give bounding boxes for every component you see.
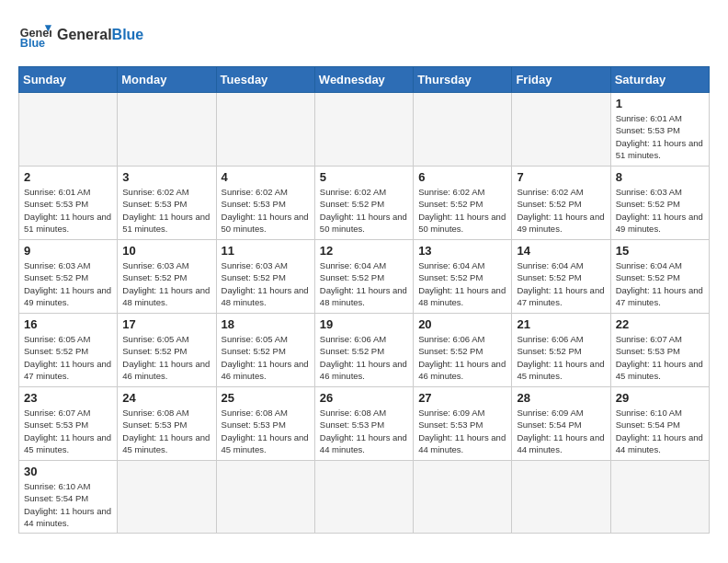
day-info: Sunrise: 6:10 AM Sunset: 5:54 PM Dayligh… — [24, 480, 112, 529]
calendar-cell — [314, 93, 413, 167]
calendar-cell — [414, 461, 512, 534]
calendar-cell: 21Sunrise: 6:06 AM Sunset: 5:52 PM Dayli… — [512, 314, 610, 387]
calendar-cell: 3Sunrise: 6:02 AM Sunset: 5:53 PM Daylig… — [118, 167, 216, 240]
calendar-cell: 16Sunrise: 6:05 AM Sunset: 5:52 PM Dayli… — [19, 314, 118, 387]
day-number: 28 — [517, 391, 605, 405]
calendar-cell: 4Sunrise: 6:02 AM Sunset: 5:53 PM Daylig… — [216, 167, 314, 240]
day-number: 23 — [24, 391, 112, 405]
calendar-cell: 28Sunrise: 6:09 AM Sunset: 5:54 PM Dayli… — [512, 387, 610, 461]
day-info: Sunrise: 6:03 AM Sunset: 5:52 PM Dayligh… — [122, 259, 210, 308]
day-number: 18 — [222, 317, 310, 331]
day-number: 16 — [24, 317, 112, 331]
calendar-cell — [118, 461, 216, 534]
calendar-cell: 30Sunrise: 6:10 AM Sunset: 5:54 PM Dayli… — [19, 461, 118, 534]
day-number: 8 — [616, 170, 704, 184]
column-header-thursday: Thursday — [414, 67, 512, 93]
day-number: 25 — [222, 391, 310, 405]
calendar-cell: 29Sunrise: 6:10 AM Sunset: 5:54 PM Dayli… — [610, 387, 709, 461]
day-info: Sunrise: 6:06 AM Sunset: 5:52 PM Dayligh… — [320, 333, 408, 382]
day-number: 10 — [122, 244, 210, 258]
day-number: 30 — [24, 465, 112, 478]
calendar-cell — [19, 93, 118, 167]
calendar-week-2: 2Sunrise: 6:01 AM Sunset: 5:53 PM Daylig… — [19, 167, 710, 240]
calendar-cell: 18Sunrise: 6:05 AM Sunset: 5:52 PM Dayli… — [216, 314, 314, 387]
day-info: Sunrise: 6:01 AM Sunset: 5:53 PM Dayligh… — [616, 112, 704, 161]
calendar-header-row: SundayMondayTuesdayWednesdayThursdayFrid… — [19, 67, 710, 93]
day-info: Sunrise: 6:05 AM Sunset: 5:52 PM Dayligh… — [222, 333, 310, 382]
calendar-cell: 10Sunrise: 6:03 AM Sunset: 5:52 PM Dayli… — [118, 240, 216, 314]
day-number: 26 — [320, 391, 408, 405]
calendar-cell — [512, 461, 610, 534]
day-number: 6 — [418, 170, 506, 184]
day-number: 21 — [517, 317, 605, 331]
day-number: 3 — [122, 170, 210, 184]
calendar-cell: 17Sunrise: 6:05 AM Sunset: 5:52 PM Dayli… — [118, 314, 216, 387]
day-number: 13 — [418, 244, 506, 258]
calendar-cell: 8Sunrise: 6:03 AM Sunset: 5:52 PM Daylig… — [610, 167, 709, 240]
page-header: General Blue GeneralBlue — [18, 18, 710, 52]
calendar-cell: 27Sunrise: 6:09 AM Sunset: 5:53 PM Dayli… — [414, 387, 512, 461]
calendar-cell — [414, 93, 512, 167]
day-info: Sunrise: 6:10 AM Sunset: 5:54 PM Dayligh… — [616, 407, 704, 455]
calendar-cell: 25Sunrise: 6:08 AM Sunset: 5:53 PM Dayli… — [216, 387, 314, 461]
day-info: Sunrise: 6:06 AM Sunset: 5:52 PM Dayligh… — [517, 333, 605, 382]
day-info: Sunrise: 6:07 AM Sunset: 5:53 PM Dayligh… — [616, 333, 704, 382]
calendar-cell — [118, 93, 216, 167]
calendar-week-3: 9Sunrise: 6:03 AM Sunset: 5:52 PM Daylig… — [19, 240, 710, 314]
calendar-cell: 14Sunrise: 6:04 AM Sunset: 5:52 PM Dayli… — [512, 240, 610, 314]
day-number: 15 — [616, 244, 704, 258]
logo-blue: Blue — [112, 27, 144, 42]
day-number: 14 — [517, 244, 605, 258]
calendar-cell — [216, 93, 314, 167]
column-header-friday: Friday — [512, 67, 610, 93]
calendar-cell: 26Sunrise: 6:08 AM Sunset: 5:53 PM Dayli… — [314, 387, 413, 461]
calendar-week-6: 30Sunrise: 6:10 AM Sunset: 5:54 PM Dayli… — [19, 461, 710, 534]
column-header-wednesday: Wednesday — [314, 67, 413, 93]
day-info: Sunrise: 6:09 AM Sunset: 5:53 PM Dayligh… — [418, 407, 506, 455]
calendar-cell — [512, 93, 610, 167]
calendar-cell: 12Sunrise: 6:04 AM Sunset: 5:52 PM Dayli… — [314, 240, 413, 314]
column-header-sunday: Sunday — [19, 67, 118, 93]
calendar-cell: 13Sunrise: 6:04 AM Sunset: 5:52 PM Dayli… — [414, 240, 512, 314]
day-info: Sunrise: 6:04 AM Sunset: 5:52 PM Dayligh… — [616, 259, 704, 308]
day-info: Sunrise: 6:03 AM Sunset: 5:52 PM Dayligh… — [616, 186, 704, 235]
day-number: 24 — [122, 391, 210, 405]
calendar-week-5: 23Sunrise: 6:07 AM Sunset: 5:53 PM Dayli… — [19, 387, 710, 461]
day-info: Sunrise: 6:02 AM Sunset: 5:53 PM Dayligh… — [122, 186, 210, 235]
calendar-cell — [216, 461, 314, 534]
logo-icon: General Blue — [18, 18, 51, 52]
calendar-cell: 7Sunrise: 6:02 AM Sunset: 5:52 PM Daylig… — [512, 167, 610, 240]
day-number: 11 — [222, 244, 310, 258]
svg-text:Blue: Blue — [20, 37, 45, 50]
calendar-cell: 23Sunrise: 6:07 AM Sunset: 5:53 PM Dayli… — [19, 387, 118, 461]
calendar-table: SundayMondayTuesdayWednesdayThursdayFrid… — [18, 66, 710, 534]
day-number: 9 — [24, 244, 112, 258]
day-info: Sunrise: 6:07 AM Sunset: 5:53 PM Dayligh… — [24, 407, 112, 455]
day-number: 17 — [122, 317, 210, 331]
day-number: 4 — [222, 170, 310, 184]
calendar-cell: 2Sunrise: 6:01 AM Sunset: 5:53 PM Daylig… — [19, 167, 118, 240]
day-info: Sunrise: 6:02 AM Sunset: 5:52 PM Dayligh… — [418, 186, 506, 235]
day-number: 27 — [418, 391, 506, 405]
day-info: Sunrise: 6:08 AM Sunset: 5:53 PM Dayligh… — [122, 407, 210, 455]
logo: General Blue GeneralBlue — [18, 18, 143, 52]
calendar-cell: 15Sunrise: 6:04 AM Sunset: 5:52 PM Dayli… — [610, 240, 709, 314]
calendar-cell: 9Sunrise: 6:03 AM Sunset: 5:52 PM Daylig… — [19, 240, 118, 314]
calendar-cell — [314, 461, 413, 534]
day-number: 19 — [320, 317, 408, 331]
day-number: 20 — [418, 317, 506, 331]
calendar-cell: 19Sunrise: 6:06 AM Sunset: 5:52 PM Dayli… — [314, 314, 413, 387]
calendar-cell: 24Sunrise: 6:08 AM Sunset: 5:53 PM Dayli… — [118, 387, 216, 461]
calendar-week-1: 1Sunrise: 6:01 AM Sunset: 5:53 PM Daylig… — [19, 93, 710, 167]
day-number: 1 — [616, 97, 704, 110]
day-info: Sunrise: 6:09 AM Sunset: 5:54 PM Dayligh… — [517, 407, 605, 455]
calendar-cell: 5Sunrise: 6:02 AM Sunset: 5:52 PM Daylig… — [314, 167, 413, 240]
calendar-cell — [610, 461, 709, 534]
day-number: 12 — [320, 244, 408, 258]
day-number: 22 — [616, 317, 704, 331]
day-info: Sunrise: 6:04 AM Sunset: 5:52 PM Dayligh… — [320, 259, 408, 308]
day-number: 2 — [24, 170, 112, 184]
day-info: Sunrise: 6:01 AM Sunset: 5:53 PM Dayligh… — [24, 186, 112, 235]
calendar-cell: 20Sunrise: 6:06 AM Sunset: 5:52 PM Dayli… — [414, 314, 512, 387]
day-info: Sunrise: 6:02 AM Sunset: 5:52 PM Dayligh… — [320, 186, 408, 235]
